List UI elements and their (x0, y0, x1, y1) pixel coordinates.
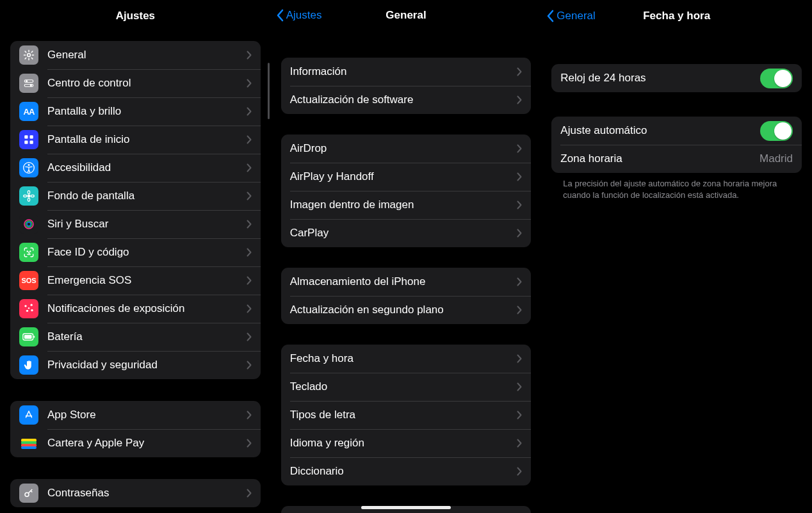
nav-general: Ajustes General (271, 0, 542, 31)
general-content: InformaciónActualización de softwareAirD… (271, 31, 542, 513)
row-label: Pantalla y brillo (47, 105, 121, 118)
row-label: Emergencia SOS (47, 274, 131, 287)
back-to-general[interactable]: General (546, 10, 595, 22)
svg-point-20 (27, 251, 28, 252)
access-icon (19, 158, 38, 177)
row-label: Centro de control (47, 77, 131, 90)
settings-row[interactable]: Notificaciones de exposición (10, 295, 261, 323)
general-row[interactable]: Imagen dentro de imagen (281, 191, 532, 219)
row-24h-clock[interactable]: Reloj de 24 horas (551, 64, 802, 92)
toggle-24h[interactable] (760, 69, 793, 88)
settings-row[interactable]: Privacidad y seguridad (10, 351, 261, 379)
svg-point-24 (26, 310, 28, 312)
row-label: Face ID y código (47, 246, 129, 259)
wallet-icon (19, 434, 38, 453)
siri-icon (19, 215, 38, 234)
svg-point-21 (30, 251, 31, 252)
row-label: AirDrop (290, 142, 327, 155)
settings-row[interactable]: Siri y Buscar (10, 210, 261, 238)
chevron-right-icon (247, 361, 252, 370)
back-to-settings[interactable]: Ajustes (276, 9, 322, 22)
home-indicator[interactable] (361, 506, 451, 509)
general-row[interactable]: AirDrop (281, 134, 532, 163)
sos-icon: SOS (19, 271, 38, 290)
settings-row[interactable]: Cartera y Apple Pay (10, 429, 261, 457)
hand-icon (19, 355, 38, 375)
row-label: CarPlay (290, 227, 329, 240)
svg-point-2 (26, 80, 28, 82)
toggle-auto[interactable] (760, 121, 793, 141)
settings-row[interactable]: Fondo de pantalla (10, 182, 261, 210)
dots-icon (19, 299, 38, 318)
svg-rect-29 (34, 336, 35, 338)
grid-icon (19, 130, 38, 149)
general-row[interactable]: Teclado (281, 373, 532, 401)
settings-row[interactable]: General (10, 41, 261, 69)
chevron-right-icon (517, 382, 522, 391)
settings-row[interactable]: AAPantalla y brillo (10, 97, 261, 126)
row-timezone[interactable]: Zona horaria Madrid (551, 145, 802, 173)
row-auto-set[interactable]: Ajuste automático (551, 117, 802, 145)
back-label: Ajustes (286, 9, 322, 22)
general-row[interactable]: Información (281, 58, 532, 86)
general-row[interactable]: Actualización en segundo plano (281, 296, 532, 324)
svg-point-22 (24, 305, 26, 307)
chevron-right-icon (517, 229, 522, 238)
row-label: Notificaciones de exposición (47, 302, 185, 315)
svg-point-26 (28, 307, 29, 309)
general-row[interactable]: Diccionario (281, 457, 532, 485)
row-label: Reloj de 24 horas (560, 72, 646, 85)
row-label: Tipos de letra (290, 409, 355, 421)
gear-icon (19, 45, 38, 65)
row-label: Zona horaria (560, 152, 622, 165)
chevron-right-icon (517, 411, 522, 419)
general-row[interactable]: Almacenamiento del iPhone (281, 268, 532, 296)
row-label: Ajuste automático (560, 124, 647, 137)
screen-datetime: General Fecha y hora Reloj de 24 horas A… (541, 0, 812, 513)
face-icon (19, 243, 38, 262)
chevron-right-icon (517, 172, 522, 181)
settings-row[interactable]: Centro de control (10, 69, 261, 97)
chevron-right-icon (517, 305, 522, 314)
svg-rect-28 (24, 335, 32, 339)
row-label: Contraseñas (47, 487, 109, 500)
settings-row[interactable]: SOSEmergencia SOS (10, 266, 261, 295)
general-row[interactable]: Tipos de letra (281, 401, 532, 429)
settings-row[interactable]: Contraseñas (10, 479, 261, 507)
general-row[interactable]: AirPlay y Handoff (281, 163, 532, 191)
svg-point-14 (24, 195, 27, 197)
chevron-right-icon (247, 276, 252, 285)
row-label: Actualización de software (290, 94, 414, 106)
chevron-right-icon (517, 200, 522, 209)
settings-row[interactable]: Batería (10, 323, 261, 351)
row-label: Privacidad y seguridad (47, 359, 158, 371)
chevron-right-icon (517, 354, 522, 363)
title-text: Ajustes (116, 10, 155, 22)
datetime-content: Reloj de 24 horas Ajuste automático Zona… (541, 32, 812, 513)
row-label: General (47, 49, 86, 61)
row-label: Cartera y Apple Pay (47, 437, 144, 450)
chevron-left-icon (546, 10, 554, 22)
chevron-right-icon (247, 79, 252, 88)
general-row[interactable]: Fecha y hora (281, 345, 532, 373)
switches-icon (19, 74, 38, 93)
appstore-icon (19, 405, 38, 425)
timezone-footer-note: La precisión del ajuste automático de zo… (551, 173, 802, 200)
settings-row[interactable]: Face ID y código (10, 238, 261, 266)
settings-row[interactable]: Pantalla de inicio (10, 126, 261, 154)
svg-point-10 (28, 164, 30, 166)
settings-row[interactable]: Accesibilidad (10, 154, 261, 182)
chevron-right-icon (247, 248, 252, 257)
aa-icon: AA (19, 102, 38, 121)
scroll-thumb[interactable] (268, 63, 270, 119)
svg-rect-6 (30, 135, 33, 138)
general-row[interactable]: Idioma y región (281, 429, 532, 457)
svg-point-25 (31, 309, 33, 311)
settings-row[interactable]: App Store (10, 401, 261, 429)
row-label: AirPlay y Handoff (290, 170, 374, 183)
general-row[interactable]: CarPlay (281, 219, 532, 247)
row-label: Fecha y hora (290, 352, 353, 365)
chevron-right-icon (247, 163, 252, 172)
row-label: Batería (47, 330, 83, 343)
general-row[interactable]: Actualización de software (281, 86, 532, 114)
